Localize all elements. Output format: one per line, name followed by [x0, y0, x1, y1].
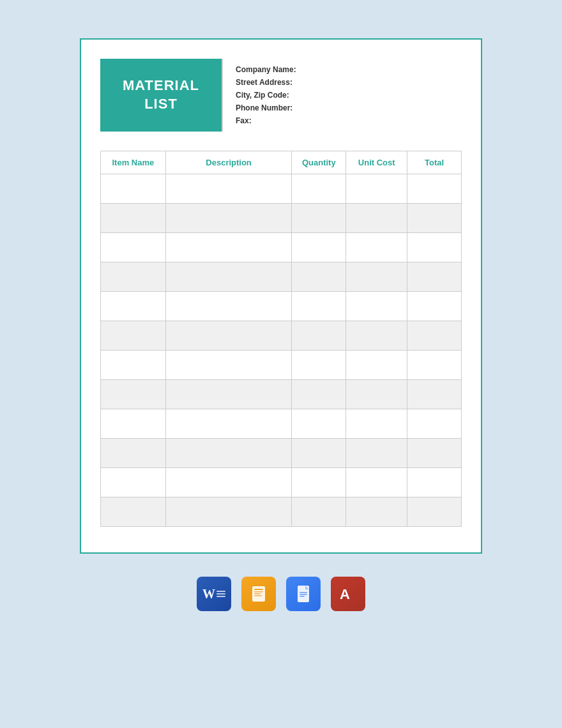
- table-cell[interactable]: [165, 233, 292, 262]
- table-cell[interactable]: [101, 321, 166, 351]
- table-cell[interactable]: [165, 497, 292, 527]
- table-row[interactable]: [101, 439, 462, 468]
- svg-rect-8: [300, 594, 307, 595]
- table-cell[interactable]: [292, 292, 346, 321]
- table-cell[interactable]: [292, 233, 346, 262]
- table-row[interactable]: [101, 351, 462, 380]
- svg-rect-4: [254, 595, 262, 596]
- table-cell[interactable]: [292, 497, 346, 527]
- table-cell[interactable]: [165, 380, 292, 409]
- table-cell[interactable]: [407, 468, 462, 497]
- table-cell[interactable]: [292, 351, 346, 380]
- table-cell[interactable]: [407, 321, 462, 351]
- table-cell[interactable]: [407, 292, 462, 321]
- table-cell[interactable]: [292, 321, 346, 351]
- table-cell[interactable]: [165, 409, 292, 439]
- table-cell[interactable]: [165, 262, 292, 292]
- table-cell[interactable]: [346, 497, 407, 527]
- table-cell[interactable]: [101, 468, 166, 497]
- table-cell[interactable]: [407, 233, 462, 262]
- table-row[interactable]: [101, 321, 462, 351]
- table-cell[interactable]: [346, 292, 407, 321]
- table-cell[interactable]: [101, 380, 166, 409]
- table-cell[interactable]: [101, 233, 166, 262]
- table-cell[interactable]: [101, 439, 166, 468]
- table-cell[interactable]: [165, 439, 292, 468]
- table-cell[interactable]: [101, 292, 166, 321]
- svg-rect-2: [254, 591, 263, 593]
- pages-svg-icon: [248, 584, 269, 604]
- table-cell[interactable]: [292, 204, 346, 233]
- acrobat-svg-icon: A: [337, 582, 360, 605]
- table-cell[interactable]: [346, 380, 407, 409]
- table-cell[interactable]: [346, 409, 407, 439]
- table-row[interactable]: [101, 497, 462, 527]
- table-cell[interactable]: [407, 174, 462, 204]
- table-cell[interactable]: [292, 439, 346, 468]
- city-row: City, Zip Code:: [236, 91, 449, 100]
- phone-row: Phone Number:: [236, 103, 449, 112]
- table-row[interactable]: [101, 262, 462, 292]
- col-header-unit-cost: Unit Cost: [346, 151, 407, 174]
- table-cell[interactable]: [407, 497, 462, 527]
- table-cell[interactable]: [165, 351, 292, 380]
- table-cell[interactable]: [292, 409, 346, 439]
- document-title: MATERIAL LIST: [100, 59, 222, 132]
- table-cell[interactable]: [407, 204, 462, 233]
- table-cell[interactable]: [346, 204, 407, 233]
- table-cell[interactable]: [407, 262, 462, 292]
- app-icons-row: W A: [197, 577, 365, 611]
- svg-rect-3: [254, 593, 261, 595]
- table-cell[interactable]: [292, 174, 346, 204]
- table-cell[interactable]: [165, 174, 292, 204]
- company-name-label: Company Name:: [236, 65, 306, 74]
- col-header-item-name: Item Name: [101, 151, 166, 174]
- table-cell[interactable]: [346, 468, 407, 497]
- material-table: Item Name Description Quantity Unit Cost…: [100, 151, 462, 527]
- svg-rect-7: [300, 592, 307, 593]
- table-cell[interactable]: [101, 409, 166, 439]
- table-cell[interactable]: [407, 351, 462, 380]
- table-cell[interactable]: [407, 409, 462, 439]
- table-row[interactable]: [101, 174, 462, 204]
- table-cell[interactable]: [346, 174, 407, 204]
- table-row[interactable]: [101, 409, 462, 439]
- table-cell[interactable]: [346, 321, 407, 351]
- table-row[interactable]: [101, 380, 462, 409]
- table-cell[interactable]: [346, 233, 407, 262]
- company-info-section: Company Name: Street Address: City, Zip …: [222, 59, 462, 132]
- word-icon[interactable]: W: [197, 577, 231, 611]
- table-cell[interactable]: [346, 351, 407, 380]
- table-cell[interactable]: [165, 292, 292, 321]
- table-header-row: Item Name Description Quantity Unit Cost…: [101, 151, 462, 174]
- fax-label: Fax:: [236, 116, 306, 125]
- table-cell[interactable]: [292, 380, 346, 409]
- table-cell[interactable]: [407, 380, 462, 409]
- company-name-row: Company Name:: [236, 65, 449, 74]
- table-cell[interactable]: [101, 174, 166, 204]
- table-cell[interactable]: [101, 497, 166, 527]
- table-row[interactable]: [101, 292, 462, 321]
- street-address-row: Street Address:: [236, 78, 449, 87]
- table-cell[interactable]: [346, 439, 407, 468]
- table-row[interactable]: [101, 204, 462, 233]
- pages-icon[interactable]: [241, 577, 276, 611]
- phone-label: Phone Number:: [236, 103, 306, 112]
- table-cell[interactable]: [165, 321, 292, 351]
- table-cell[interactable]: [101, 204, 166, 233]
- docs-icon[interactable]: [286, 577, 321, 611]
- table-cell[interactable]: [165, 468, 292, 497]
- table-cell[interactable]: [101, 351, 166, 380]
- table-row[interactable]: [101, 233, 462, 262]
- document-container: MATERIAL LIST Company Name: Street Addre…: [80, 38, 482, 554]
- table-cell[interactable]: [165, 204, 292, 233]
- table-cell[interactable]: [292, 468, 346, 497]
- table-cell[interactable]: [292, 262, 346, 292]
- col-header-description: Description: [165, 151, 292, 174]
- table-cell[interactable]: [101, 262, 166, 292]
- table-cell[interactable]: [407, 439, 462, 468]
- acrobat-icon[interactable]: A: [331, 577, 365, 611]
- table-cell[interactable]: [346, 262, 407, 292]
- docs-svg-icon: [293, 584, 314, 604]
- table-row[interactable]: [101, 468, 462, 497]
